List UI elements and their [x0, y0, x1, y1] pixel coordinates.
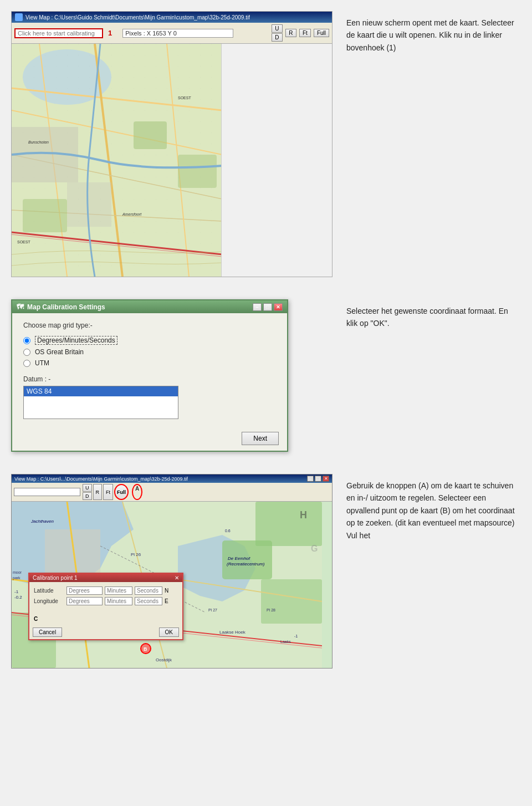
section2-description: Selecteer het gewenste coordinaat formaa…	[332, 299, 521, 452]
calibration-dialog: 🗺 Map Calibration Settings – □ ✕ Choose …	[11, 299, 288, 452]
c-label: C	[34, 616, 38, 622]
dialog-body: Choose map grid type:- Degrees/Minutes/S…	[12, 313, 287, 427]
grid-type-radio-group: Degrees/Minutes/Seconds OS Great Britain…	[23, 336, 276, 367]
svg-text:Laaks: Laaks	[280, 640, 291, 644]
svg-text:Pl 28: Pl 28	[267, 608, 275, 612]
viewmap2-window: View Map : C:\Users\...\Documents\Mijn G…	[11, 474, 332, 669]
section3-description: Gebruik de knoppen (A) om de kaart te sc…	[332, 474, 521, 669]
next-button[interactable]: Next	[242, 432, 279, 445]
section1-text: Een nieuw scherm opent met de kaart. Sel…	[346, 18, 514, 52]
section3-left: View Map : C:\Users\...\Documents\Mijn G…	[11, 474, 332, 669]
radio-utm[interactable]: UTM	[23, 359, 276, 367]
svg-text:(Recreatiecentrum): (Recreatiecentrum)	[227, 562, 265, 567]
svg-rect-27	[255, 502, 322, 546]
svg-text:Oostdijk: Oostdijk	[156, 657, 172, 662]
svg-rect-29	[261, 579, 322, 624]
calib-dialog-title: Calibration point 1	[33, 575, 78, 581]
section1-left: View Map : C:\Users\Guido Schmidt\Docume…	[11, 11, 332, 277]
datum-wgs84[interactable]: WGS 84	[24, 386, 178, 396]
dialog-icon: 🗺	[17, 303, 24, 311]
win2-close[interactable]: ✕	[323, 476, 329, 482]
viewmap2-pixel-input[interactable]	[14, 488, 80, 496]
svg-text:Zuiveringsinst.: Zuiveringsinst.	[114, 667, 143, 668]
toolbar-full-button[interactable]: Full	[314, 29, 329, 37]
close-button[interactable]: ✕	[274, 303, 283, 311]
toolbar-u-button[interactable]: U	[272, 24, 283, 33]
calib-close-icon[interactable]: ✕	[175, 575, 179, 581]
maximize-button[interactable]: □	[263, 303, 272, 311]
page-container: View Map : C:\Users\Guido Schmidt\Docume…	[0, 0, 532, 691]
map-image-area[interactable]: Bunschoten Amersfoort SOEST SOEST	[12, 44, 332, 277]
svg-text:-1: -1	[294, 634, 298, 638]
toolbar2-r-btn[interactable]: R	[93, 484, 103, 500]
pixels-display[interactable]	[122, 29, 233, 38]
toolbar2-ft-btn[interactable]: Ft	[103, 484, 113, 500]
svg-text:Jachthaven: Jachthaven	[30, 519, 54, 524]
section2-text: Selecteer het gewenste coordinaat formaa…	[346, 307, 508, 328]
svg-rect-30	[45, 529, 100, 579]
viewmap-window-icon	[15, 13, 23, 21]
ud-btn-group: U D	[272, 24, 283, 42]
section-3: View Map : C:\Users\...\Documents\Mijn G…	[0, 468, 532, 674]
lon-minutes-input[interactable]	[105, 597, 132, 605]
svg-text:Laakse Hoek: Laakse Hoek	[219, 630, 246, 635]
minimize-button[interactable]: –	[253, 303, 262, 311]
radio-dms-label: Degrees/Minutes/Seconds	[35, 336, 117, 345]
viewmap-window: View Map : C:\Users\Guido Schmidt\Docume…	[11, 11, 332, 277]
toolbar2-u-btn[interactable]: U	[83, 484, 92, 492]
calibration-start-input[interactable]	[14, 28, 103, 38]
svg-text:0.6: 0.6	[225, 529, 231, 533]
grid-type-subtitle: Choose map grid type:-	[23, 322, 276, 329]
lat-minutes-input[interactable]	[105, 586, 132, 595]
svg-text:G: G	[311, 544, 318, 553]
radio-dms-input[interactable]	[23, 337, 30, 344]
section1-description: Een nieuw scherm opent met de kaart. Sel…	[332, 11, 521, 277]
radio-dms[interactable]: Degrees/Minutes/Seconds	[23, 336, 276, 345]
calib-ok-button[interactable]: OK	[159, 628, 179, 637]
lon-degrees-input[interactable]	[66, 597, 103, 605]
map-blank-area	[221, 44, 332, 277]
dialog-titlebar: 🗺 Map Calibration Settings – □ ✕	[12, 300, 287, 313]
lon-seconds-input[interactable]	[135, 597, 162, 605]
viewmap-titlebar: View Map : C:\Users\Guido Schmidt\Docume…	[12, 12, 332, 23]
lat-n-label: N	[165, 588, 168, 594]
lat-seconds-input[interactable]	[135, 586, 162, 595]
toolbar-r-button[interactable]: R	[285, 29, 296, 37]
viewmap2-titlebar: View Map : C:\Users\...\Documents\Mijn G…	[12, 475, 332, 483]
radio-utm-label: UTM	[35, 359, 49, 367]
win2-min[interactable]: –	[307, 476, 314, 482]
window-controls: – □ ✕	[253, 303, 283, 311]
viewmap-title: View Map : C:\Users\Guido Schmidt\Docume…	[25, 14, 250, 21]
svg-text:park: park	[13, 576, 21, 580]
toolbar2-a-badge: A	[132, 484, 142, 500]
calib-latitude-row: Latitude N	[34, 586, 178, 595]
win2-max[interactable]: □	[315, 476, 321, 482]
dialog-titlebar-left: 🗺 Map Calibration Settings	[17, 303, 105, 311]
svg-text:B: B	[144, 646, 147, 652]
toolbar2-d-btn[interactable]: D	[83, 492, 92, 500]
toolbar-ft-button[interactable]: Ft	[299, 29, 311, 37]
calibration-point-dialog: Calibration point 1 ✕ Latitude N	[28, 573, 183, 640]
svg-text:-0.2: -0.2	[14, 595, 22, 600]
map-svg: Bunschoten Amersfoort SOEST SOEST	[12, 44, 222, 277]
radio-osgb[interactable]: OS Great Britain	[23, 348, 276, 356]
calib-body: Latitude N Longitude	[29, 582, 182, 612]
calib-cancel-button[interactable]: Cancel	[33, 628, 62, 637]
datum-listbox[interactable]: WGS 84	[23, 386, 178, 419]
radio-osgb-label: OS Great Britain	[35, 348, 84, 356]
lat-label: Latitude	[34, 588, 64, 594]
ud2-group: U D	[83, 484, 92, 500]
section-2: 🗺 Map Calibration Settings – □ ✕ Choose …	[0, 294, 532, 457]
toolbar-d-button[interactable]: D	[272, 33, 283, 42]
toolbar2-full-btn[interactable]: Full	[114, 484, 129, 500]
toolbar2-buttons: U D R Ft Full A	[83, 484, 142, 500]
section3-text: Gebruik de knoppen (A) om de kaart te sc…	[346, 481, 515, 540]
lat-degrees-input[interactable]	[66, 586, 103, 595]
lon-label: Longitude	[34, 598, 64, 604]
calib-longitude-row: Longitude E	[34, 597, 178, 605]
radio-utm-input[interactable]	[23, 360, 30, 367]
dialog-footer: Next	[12, 427, 287, 451]
viewmap-toolbar: 1 U D R Ft Full	[12, 23, 332, 44]
map2-container[interactable]: Jachthaven Jachthaven De Eemhof (Recreat…	[12, 502, 332, 668]
radio-osgb-input[interactable]	[23, 349, 30, 356]
